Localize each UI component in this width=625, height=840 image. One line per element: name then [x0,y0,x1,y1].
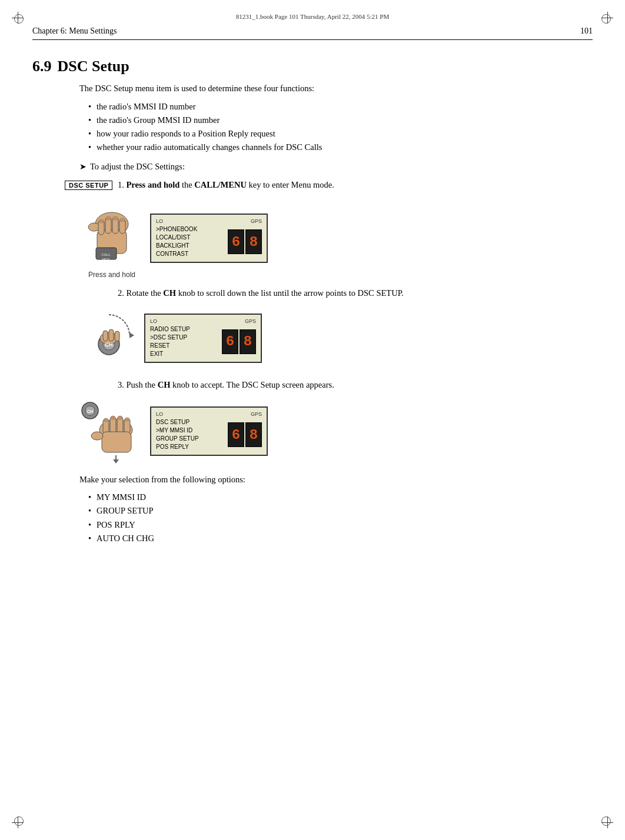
page-number: 101 [580,26,593,36]
target-bottom-right [601,816,611,826]
svg-point-9 [113,216,118,220]
bullet-item: whether your radio automatically changes… [88,141,593,154]
lcd3-menu: DSC SETUP >MY MMSI ID GROUP SETUP POS RE… [156,418,199,451]
section-title: DSC Setup [58,58,129,75]
arrow-symbol: ➤ [79,162,87,172]
dsc-badge-area: DSC SETUP [65,179,118,190]
option-item: POS RPLY [88,518,593,532]
bullet-list: the radio's MMSI ID number the radio's G… [88,100,593,155]
step-2-key: CH [163,288,176,298]
hand-press-icon: CALL MEN [79,198,144,268]
options-intro: Make your selection from the following o… [79,474,593,486]
dsc-badge: DSC SETUP [65,181,112,190]
svg-rect-34 [102,432,131,452]
lcd-screen-2: LO GPS RADIO SETUP >DSC SETUP RESET EXIT… [144,314,262,363]
lcd1-digit-1: 6 [228,229,244,254]
step-3-row: 3. Push the CH knob to accept. The DSC S… [65,379,593,392]
lcd2-lo: LO [150,318,157,324]
step-2-number: 2. [118,288,127,298]
press-hold-label: Press and hold [88,271,135,279]
chapter-label: Chapter 6: Menu Settings [32,26,117,36]
option-item: AUTO CH CHG [88,532,593,545]
section-heading: 6.9 DSC Setup [32,58,593,75]
step-2-illustration: CH LO GPS RADIO SETUP >DSC SETUP RESET E… [79,306,593,371]
lcd3-digit-1: 6 [228,422,244,447]
step-1-the: the [182,180,194,189]
svg-point-33 [125,418,129,421]
lcd1-line2: LOCAL/DIST [156,234,197,242]
hand-push-icon: CH [79,398,144,465]
lcd1-digits: 6 8 [228,229,262,254]
step-1-press-hold: Press and hold [127,180,180,189]
intro-text: The DSC Setup menu item is used to deter… [79,82,593,95]
step-2-num [65,287,118,288]
lcd3-line1: DSC SETUP [156,418,199,426]
lcd3-line2: >MY MMSI ID [156,426,199,435]
lcd2-line1: RADIO SETUP [150,325,190,334]
hand-rotate-icon: CH [79,306,138,371]
arrow-text: To adjust the DSC Settings: [90,161,185,174]
options-section: Make your selection from the following o… [79,474,593,546]
step-3-illustration: CH [79,398,593,465]
target-top-left [14,14,24,24]
lcd2-gps: GPS [245,318,256,324]
step-1-number: 1. [118,180,127,189]
header-bar: Chapter 6: Menu Settings 101 [32,26,593,40]
lcd1-line3: BACKLIGHT [156,242,197,250]
hand-push-container: CH [79,398,144,465]
svg-point-10 [120,218,125,222]
svg-point-30 [104,418,108,422]
lcd2-digit-1: 6 [222,329,238,354]
bullet-item: how your radio responds to a Position Re… [88,127,593,141]
lcd1-gps: GPS [251,218,262,224]
bullet-item: the radio's MMSI ID number [88,100,593,114]
hand-rotate-container: CH [79,306,138,371]
lcd2-line2: >DSC SETUP [150,334,190,342]
lcd2-line3: RESET [150,342,190,350]
step-3-body: 3. Push the CH knob to accept. The DSC S… [118,379,593,392]
lcd3-line4: POS REPLY [156,443,199,451]
main-content: 6.9 DSC Setup The DSC Setup menu item is… [32,40,593,545]
lcd3-digits: 6 8 [228,422,262,447]
svg-point-7 [99,219,104,223]
lcd3-digit-2: 8 [245,422,262,447]
lcd2-digits: 6 8 [222,329,256,354]
lcd1-lo: LO [156,218,163,224]
step-2-text: Rotate the [127,288,161,298]
bullet-item: the radio's Group MMSI ID number [88,114,593,127]
svg-rect-18 [103,331,108,341]
svg-marker-37 [113,459,119,464]
step-3-num [65,379,118,380]
arrow-instruction: ➤ To adjust the DSC Settings: [79,161,593,174]
svg-point-31 [111,416,115,419]
svg-text:CH: CH [87,409,93,414]
lcd3-lo: LO [156,411,163,417]
file-info: 81231_1.book Page 101 Thursday, April 22… [236,13,389,20]
step-1-body: 1. Press and hold the CALL/MENU key to e… [118,179,593,192]
lcd2-digit-2: 8 [240,329,256,354]
step-3-text-after: knob to accept. The DSC Setup screen app… [172,380,334,389]
lcd-screen-1: LO GPS >PHONEBOOK LOCAL/DIST BACKLIGHT C… [150,214,268,263]
lcd2-line4: EXIT [150,350,190,358]
step-3-text: Push the [127,380,156,389]
lcd3-gps: GPS [251,411,262,417]
lcd-screen-3: LO GPS DSC SETUP >MY MMSI ID GROUP SETUP… [150,406,268,456]
step-3-number: 3. [118,380,127,389]
option-item: MY MMSI ID [88,491,593,504]
section-number: 6.9 [32,58,52,75]
svg-point-35 [91,432,103,440]
step-1-illustration: CALL MEN Press and hold LO GPS >PHONEBOO… [79,198,593,279]
step-2-text-after: knob to scroll down the list until the a… [178,288,404,298]
target-bottom-left [14,816,24,826]
options-list: MY MMSI ID GROUP SETUP POS RPLY AUTO CH … [88,491,593,545]
step-1-text-after: key to enter Menu mode. [249,180,334,189]
lcd3-line3: GROUP SETUP [156,435,199,443]
svg-rect-19 [109,329,114,341]
lcd1-line4: CONTRAST [156,250,197,258]
svg-rect-20 [115,331,119,341]
svg-text:MEN: MEN [102,258,109,261]
step-1-row: DSC SETUP 1. Press and hold the CALL/MEN… [65,179,593,192]
svg-text:CH: CH [105,342,113,348]
lcd1-menu: >PHONEBOOK LOCAL/DIST BACKLIGHT CONTRAST [156,225,197,258]
step-3-key: CH [158,380,171,389]
